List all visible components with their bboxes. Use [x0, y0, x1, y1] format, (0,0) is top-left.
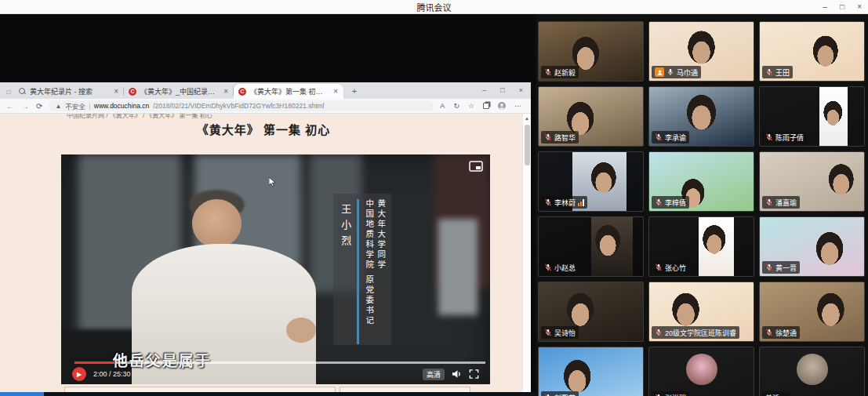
- read-aloud-icon[interactable]: A: [440, 102, 445, 110]
- refresh-icon[interactable]: ⟳: [36, 102, 42, 111]
- participant-tile[interactable]: 徐楚通: [759, 282, 865, 342]
- participant-name: 马巾通: [677, 67, 698, 78]
- browser-tab[interactable]: C《黄大年》_中国纪录片网×: [124, 84, 234, 99]
- participant-name: 20级文学院匡班陈训睿: [665, 328, 736, 338]
- breadcrumb[interactable]: 中国纪录片网 / 《黄大年》 / 《黄大年》 第一集 初心: [67, 114, 212, 119]
- participant-name-label: 单活一: [762, 391, 790, 396]
- participant-tile[interactable]: 陈雨子倩: [759, 86, 865, 147]
- time-display: 2:00 / 25:30: [93, 370, 131, 378]
- participant-tile[interactable]: 张心竹: [648, 216, 754, 277]
- collections-icon[interactable]: [483, 103, 489, 109]
- content-card[interactable]: [64, 387, 336, 392]
- screen-share-area: □ 黄大年纪录片 - 搜索×C《黄大年》_中国纪录片网×C《黄大年》第一集 初心…: [0, 14, 536, 396]
- raised-hand-icon: [655, 67, 664, 77]
- play-button[interactable]: ▶: [72, 367, 86, 381]
- tab-actions-icon[interactable]: □: [3, 85, 14, 99]
- participant-name: 李承谕: [665, 133, 686, 143]
- video-player[interactable]: 王小烈 黄大年大学同学中国地质科学院 原党委书记 他岳父是属于 ▶ 2:00 /…: [61, 154, 490, 384]
- scrollbar[interactable]: ▲: [522, 114, 531, 392]
- participant-tile[interactable]: 单活一: [759, 347, 865, 396]
- maximize-button[interactable]: □: [840, 0, 844, 14]
- meeting-title: 腾讯会议: [417, 1, 452, 13]
- browser-toolbar: ←→⟳ ▲ 不安全 www.docuchina.cn/2018/02/21/VI…: [0, 99, 531, 114]
- muted-mic-icon: [765, 263, 773, 271]
- muted-mic-icon: [765, 133, 773, 141]
- participant-name-label: 王田: [762, 66, 793, 78]
- tab-close-icon[interactable]: ×: [223, 87, 229, 96]
- video-scene-door: [438, 219, 477, 315]
- portrait-video-strip: [699, 217, 734, 276]
- muted-mic-icon: [765, 198, 773, 206]
- content-card[interactable]: [340, 387, 470, 392]
- picture-in-picture-icon[interactable]: [469, 161, 483, 172]
- participant-name-label: 张心竹: [652, 261, 689, 274]
- participant-tile[interactable]: 赵新毅: [538, 21, 644, 82]
- participant-tile[interactable]: 李林蔚: [538, 151, 644, 212]
- fullscreen-icon[interactable]: [469, 369, 479, 379]
- participant-name-label: 刘馨莜: [541, 391, 579, 396]
- address-bar[interactable]: ▲ 不安全 www.docuchina.cn/2018/02/21/VIDEmD…: [49, 100, 434, 111]
- security-label: 不安全: [65, 101, 85, 111]
- minimize-button[interactable]: –: [823, 0, 828, 14]
- participant-tile[interactable]: 吴诗怡: [538, 282, 644, 342]
- participant-name: 黄一晋: [775, 263, 797, 273]
- participant-tile[interactable]: 黄一晋: [759, 216, 865, 277]
- muted-mic-icon: [765, 68, 773, 76]
- portrait-video-strip: [819, 87, 848, 146]
- participant-name-label: 李承谕: [652, 131, 689, 144]
- back-icon[interactable]: ←: [6, 102, 14, 111]
- tab-title: 《黄大年》_中国纪录片网: [140, 86, 219, 96]
- muted-mic-icon: [544, 133, 552, 141]
- scroll-up-icon[interactable]: ▲: [523, 114, 531, 121]
- participant-name-label: 小赵总: [541, 261, 579, 274]
- muted-mic-icon: [544, 198, 552, 206]
- tab-title: 黄大年纪录片 - 搜索: [30, 86, 109, 96]
- interviewee-titles: 黄大年大学同学中国地质科学院 原党委书记: [363, 199, 387, 340]
- interviewee-head: [192, 199, 242, 248]
- quality-button[interactable]: 高清: [423, 369, 445, 380]
- browser-tabstrip: □ 黄大年纪录片 - 搜索×C《黄大年》_中国纪录片网×C《黄大年》第一集 初心…: [0, 82, 531, 99]
- new-tab-button[interactable]: +: [348, 85, 361, 97]
- interviewee-name: 王小烈: [338, 199, 353, 340]
- profile-icon[interactable]: [498, 102, 506, 110]
- meeting-main: □ 黄大年纪录片 - 搜索×C《黄大年》_中国纪录片网×C《黄大年》第一集 初心…: [0, 14, 868, 396]
- tab-close-icon[interactable]: ×: [113, 87, 119, 96]
- participant-tile[interactable]: 20级文学院匡班陈训睿: [648, 282, 754, 342]
- participant-name-label: 李林蔚: [541, 196, 587, 209]
- close-button[interactable]: ×: [857, 0, 862, 14]
- participant-name-label: 20级文学院匡班陈训睿: [652, 326, 739, 339]
- participant-tile[interactable]: 潘嘉瑜: [759, 151, 865, 212]
- participant-tile[interactable]: 小赵总: [538, 216, 644, 277]
- mic-icon: [666, 68, 674, 76]
- participant-tile[interactable]: 王田: [759, 21, 865, 82]
- participant-tile[interactable]: 马巾通: [648, 21, 754, 82]
- browser-window-controls: –□×: [482, 82, 523, 98]
- close-browser-button[interactable]: ×: [519, 86, 523, 94]
- volume-icon[interactable]: [452, 369, 462, 379]
- browser-tab[interactable]: C《黄大年》第一集 初心_中国纪:×: [234, 84, 343, 99]
- scrollbar-thumb[interactable]: [525, 125, 530, 165]
- participant-tile[interactable]: 路智华: [538, 86, 644, 147]
- more-icon[interactable]: ⋯: [514, 102, 521, 110]
- restore-browser-button[interactable]: □: [500, 86, 504, 94]
- participant-name: 路智华: [554, 133, 576, 143]
- participant-tile[interactable]: 李承谕: [648, 86, 754, 147]
- muted-mic-icon: [765, 329, 773, 336]
- participant-name: 陈雨子倩: [775, 133, 804, 143]
- shared-screen-taskbar: [0, 392, 536, 396]
- tab-close-icon[interactable]: ×: [332, 87, 339, 96]
- browser-tab[interactable]: 黄大年纪录片 - 搜索×: [14, 84, 124, 99]
- interviewee-title-column: 中国地质科学院 原党委书记: [363, 199, 375, 340]
- participant-name: 徐楚通: [775, 328, 797, 338]
- participant-tile[interactable]: 李梓倩: [648, 151, 754, 212]
- browser-essentials-icon[interactable]: ↻: [453, 102, 459, 110]
- participant-name-label: 陈雨子倩: [762, 131, 807, 144]
- participant-name: 李林蔚: [554, 198, 576, 208]
- favorites-icon[interactable]: ☆: [468, 102, 474, 110]
- muted-mic-icon: [655, 198, 663, 206]
- participant-tile[interactable]: 刘馨莜: [538, 347, 644, 396]
- participant-tile[interactable]: 张洪瑞: [648, 347, 754, 396]
- forward-icon[interactable]: →: [21, 102, 29, 111]
- minimize-browser-button[interactable]: –: [482, 86, 486, 94]
- taskbar-highlight: [0, 392, 44, 396]
